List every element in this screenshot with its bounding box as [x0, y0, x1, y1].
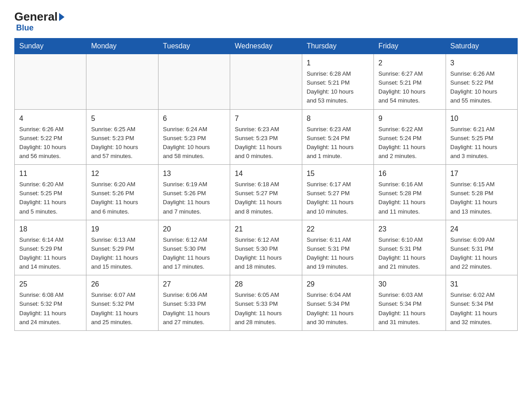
calendar-cell: 14Sunrise: 6:18 AM Sunset: 5:27 PM Dayli… — [230, 165, 302, 220]
weekday-header-friday: Friday — [374, 39, 446, 54]
calendar-cell: 8Sunrise: 6:23 AM Sunset: 5:24 PM Daylig… — [302, 109, 373, 165]
day-number: 31 — [450, 279, 513, 290]
calendar-cell — [86, 54, 158, 110]
calendar-cell: 25Sunrise: 6:08 AM Sunset: 5:32 PM Dayli… — [15, 275, 86, 331]
day-info: Sunrise: 6:27 AM Sunset: 5:21 PM Dayligh… — [378, 69, 441, 106]
calendar-cell: 30Sunrise: 6:03 AM Sunset: 5:34 PM Dayli… — [374, 275, 446, 331]
calendar-cell: 1Sunrise: 6:28 AM Sunset: 5:21 PM Daylig… — [302, 54, 373, 110]
calendar-table: SundayMondayTuesdayWednesdayThursdayFrid… — [14, 38, 518, 331]
day-info: Sunrise: 6:19 AM Sunset: 5:26 PM Dayligh… — [163, 180, 225, 216]
calendar-cell: 22Sunrise: 6:11 AM Sunset: 5:31 PM Dayli… — [302, 220, 373, 275]
week-row-2: 4Sunrise: 6:26 AM Sunset: 5:22 PM Daylig… — [15, 109, 518, 165]
calendar-cell: 28Sunrise: 6:05 AM Sunset: 5:33 PM Dayli… — [230, 275, 302, 331]
week-row-1: 1Sunrise: 6:28 AM Sunset: 5:21 PM Daylig… — [15, 54, 518, 110]
day-info: Sunrise: 6:15 AM Sunset: 5:28 PM Dayligh… — [450, 180, 513, 216]
day-info: Sunrise: 6:17 AM Sunset: 5:27 PM Dayligh… — [307, 180, 369, 216]
day-number: 13 — [163, 168, 225, 179]
calendar-cell: 31Sunrise: 6:02 AM Sunset: 5:34 PM Dayli… — [446, 275, 517, 331]
calendar-cell — [158, 54, 230, 110]
day-number: 10 — [450, 113, 513, 124]
day-number: 16 — [378, 168, 441, 179]
calendar-cell: 26Sunrise: 6:07 AM Sunset: 5:32 PM Dayli… — [86, 275, 158, 331]
calendar-cell: 23Sunrise: 6:10 AM Sunset: 5:31 PM Dayli… — [374, 220, 446, 275]
calendar-cell: 18Sunrise: 6:14 AM Sunset: 5:29 PM Dayli… — [15, 220, 86, 275]
day-of-week-row: SundayMondayTuesdayWednesdayThursdayFrid… — [15, 39, 518, 54]
calendar-cell: 2Sunrise: 6:27 AM Sunset: 5:21 PM Daylig… — [374, 54, 446, 110]
calendar-cell: 5Sunrise: 6:25 AM Sunset: 5:23 PM Daylig… — [86, 109, 158, 165]
day-number: 22 — [307, 224, 369, 235]
day-info: Sunrise: 6:26 AM Sunset: 5:22 PM Dayligh… — [450, 69, 513, 106]
calendar-cell: 27Sunrise: 6:06 AM Sunset: 5:33 PM Dayli… — [158, 275, 230, 331]
day-info: Sunrise: 6:09 AM Sunset: 5:31 PM Dayligh… — [450, 235, 513, 272]
calendar-cell: 19Sunrise: 6:13 AM Sunset: 5:29 PM Dayli… — [86, 220, 158, 275]
weekday-header-thursday: Thursday — [302, 39, 373, 54]
logo-arrow-icon — [59, 13, 64, 21]
calendar-body: 1Sunrise: 6:28 AM Sunset: 5:21 PM Daylig… — [15, 54, 518, 331]
calendar-cell: 13Sunrise: 6:19 AM Sunset: 5:26 PM Dayli… — [158, 165, 230, 220]
day-info: Sunrise: 6:03 AM Sunset: 5:34 PM Dayligh… — [378, 291, 441, 327]
day-info: Sunrise: 6:05 AM Sunset: 5:33 PM Dayligh… — [235, 291, 297, 327]
calendar-cell: 15Sunrise: 6:17 AM Sunset: 5:27 PM Dayli… — [302, 165, 373, 220]
calendar-cell: 17Sunrise: 6:15 AM Sunset: 5:28 PM Dayli… — [446, 165, 517, 220]
day-number: 9 — [378, 113, 441, 124]
calendar-cell: 12Sunrise: 6:20 AM Sunset: 5:26 PM Dayli… — [86, 165, 158, 220]
day-number: 15 — [307, 168, 369, 179]
day-info: Sunrise: 6:28 AM Sunset: 5:21 PM Dayligh… — [307, 69, 369, 106]
calendar-cell: 16Sunrise: 6:16 AM Sunset: 5:28 PM Dayli… — [374, 165, 446, 220]
calendar-cell: 10Sunrise: 6:21 AM Sunset: 5:25 PM Dayli… — [446, 109, 517, 165]
calendar-cell: 21Sunrise: 6:12 AM Sunset: 5:30 PM Dayli… — [230, 220, 302, 275]
day-info: Sunrise: 6:16 AM Sunset: 5:28 PM Dayligh… — [378, 180, 441, 216]
day-number: 8 — [307, 113, 369, 124]
day-info: Sunrise: 6:06 AM Sunset: 5:33 PM Dayligh… — [163, 291, 225, 327]
day-info: Sunrise: 6:20 AM Sunset: 5:26 PM Dayligh… — [91, 180, 153, 216]
day-info: Sunrise: 6:24 AM Sunset: 5:23 PM Dayligh… — [163, 125, 225, 161]
day-info: Sunrise: 6:23 AM Sunset: 5:23 PM Dayligh… — [235, 125, 297, 161]
logo: General Blue — [14, 11, 64, 33]
calendar-cell — [15, 54, 86, 110]
week-row-4: 18Sunrise: 6:14 AM Sunset: 5:29 PM Dayli… — [15, 220, 518, 275]
week-row-5: 25Sunrise: 6:08 AM Sunset: 5:32 PM Dayli… — [15, 275, 518, 331]
day-number: 28 — [235, 279, 297, 290]
day-number: 29 — [307, 279, 369, 290]
day-info: Sunrise: 6:07 AM Sunset: 5:32 PM Dayligh… — [91, 291, 153, 327]
calendar-cell: 3Sunrise: 6:26 AM Sunset: 5:22 PM Daylig… — [446, 54, 517, 110]
weekday-header-sunday: Sunday — [15, 39, 86, 54]
day-info: Sunrise: 6:12 AM Sunset: 5:30 PM Dayligh… — [163, 235, 225, 272]
day-number: 12 — [91, 168, 153, 179]
calendar-cell: 4Sunrise: 6:26 AM Sunset: 5:22 PM Daylig… — [15, 109, 86, 165]
day-number: 6 — [163, 113, 225, 124]
weekday-header-wednesday: Wednesday — [230, 39, 302, 54]
logo-subtitle: Blue — [16, 23, 34, 33]
day-number: 24 — [450, 224, 513, 235]
day-info: Sunrise: 6:02 AM Sunset: 5:34 PM Dayligh… — [450, 291, 513, 327]
day-number: 23 — [378, 224, 441, 235]
weekday-header-tuesday: Tuesday — [158, 39, 230, 54]
day-number: 20 — [163, 224, 225, 235]
day-info: Sunrise: 6:08 AM Sunset: 5:32 PM Dayligh… — [19, 291, 82, 327]
day-info: Sunrise: 6:23 AM Sunset: 5:24 PM Dayligh… — [307, 125, 369, 161]
calendar-cell: 7Sunrise: 6:23 AM Sunset: 5:23 PM Daylig… — [230, 109, 302, 165]
day-info: Sunrise: 6:12 AM Sunset: 5:30 PM Dayligh… — [235, 235, 297, 272]
day-number: 4 — [19, 113, 82, 124]
weekday-header-saturday: Saturday — [446, 39, 517, 54]
day-info: Sunrise: 6:20 AM Sunset: 5:25 PM Dayligh… — [19, 180, 82, 216]
day-info: Sunrise: 6:21 AM Sunset: 5:25 PM Dayligh… — [450, 125, 513, 161]
day-info: Sunrise: 6:10 AM Sunset: 5:31 PM Dayligh… — [378, 235, 441, 272]
day-number: 17 — [450, 168, 513, 179]
day-number: 5 — [91, 113, 153, 124]
day-number: 25 — [19, 279, 82, 290]
day-info: Sunrise: 6:13 AM Sunset: 5:29 PM Dayligh… — [91, 235, 153, 272]
day-number: 18 — [19, 224, 82, 235]
day-number: 11 — [19, 168, 82, 179]
logo-general: General — [14, 11, 58, 22]
day-number: 30 — [378, 279, 441, 290]
day-info: Sunrise: 6:11 AM Sunset: 5:31 PM Dayligh… — [307, 235, 369, 272]
week-row-3: 11Sunrise: 6:20 AM Sunset: 5:25 PM Dayli… — [15, 165, 518, 220]
day-number: 21 — [235, 224, 297, 235]
day-info: Sunrise: 6:04 AM Sunset: 5:34 PM Dayligh… — [307, 291, 369, 327]
calendar-cell — [230, 54, 302, 110]
day-info: Sunrise: 6:26 AM Sunset: 5:22 PM Dayligh… — [19, 125, 82, 161]
day-info: Sunrise: 6:25 AM Sunset: 5:23 PM Dayligh… — [91, 125, 153, 161]
weekday-header-monday: Monday — [86, 39, 158, 54]
calendar-cell: 11Sunrise: 6:20 AM Sunset: 5:25 PM Dayli… — [15, 165, 86, 220]
